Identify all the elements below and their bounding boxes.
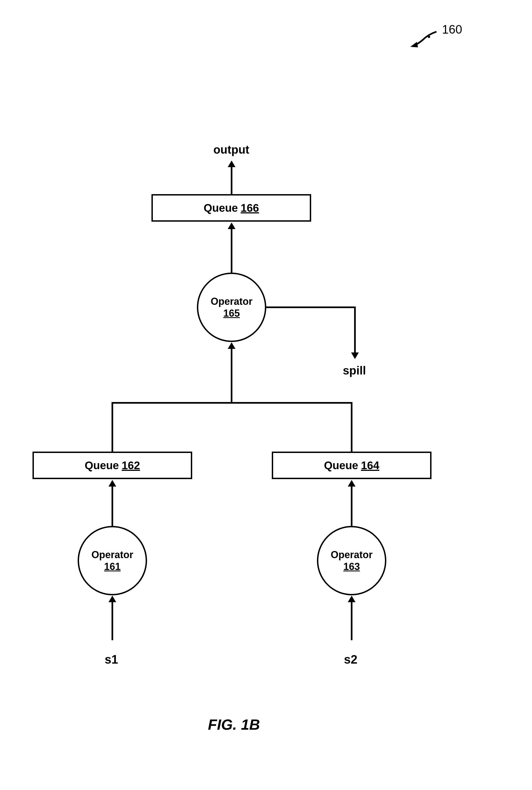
arrow-s2-to-op163 [351,602,353,640]
arrowhead-s2-to-op163 [348,596,356,602]
svg-point-1 [428,36,430,38]
operator-165-number: 165 [223,307,240,319]
figure-reference-number: 160 [442,23,462,36]
operator-163-circle: Operator 163 [317,526,386,595]
queue-164-box: Queue 164 [272,451,432,479]
operator-163-number: 163 [343,561,360,573]
arrow-queue166-to-output [231,167,232,194]
spill-horizontal-line [266,307,356,308]
s1-label: s1 [104,653,118,667]
queue-166-number: 166 [241,202,259,214]
arrow-op165-to-queue166 [231,229,232,273]
figure-caption: FIG. 1B [208,716,260,733]
spill-vertical-line [354,307,356,353]
operator-163-name: Operator [331,549,373,561]
arrowhead-op165-to-queue166 [228,223,235,229]
arrowhead-spill [351,352,359,359]
svg-marker-0 [410,42,418,47]
arrow-op163-to-queue164 [351,486,353,526]
queue-166-box: Queue 166 [151,194,311,221]
arrow-s1-to-op161 [112,602,113,640]
arrowhead-s1-to-op161 [109,596,116,602]
queue-164-number: 164 [361,459,379,472]
operator-161-number: 161 [104,561,120,573]
operator-165-name: Operator [211,295,252,307]
spill-label: spill [343,364,366,377]
arrowhead-op161-to-queue162 [109,480,116,486]
arrowhead-queue166-to-output [228,160,235,167]
arrowhead-op163-to-queue164 [348,480,356,486]
figure-ref-arrow [407,27,441,52]
queue-162-name: Queue [84,459,119,472]
merge-horizontal-line [112,402,353,404]
arrow-merge-to-op165 [231,348,232,402]
arrow-op161-to-queue162 [112,486,113,526]
s2-label: s2 [344,653,357,667]
queue-164-name: Queue [324,459,358,472]
arrow-queue164-to-merge [351,402,353,451]
queue-162-number: 162 [122,459,140,472]
arrow-queue162-to-merge [112,402,113,451]
operator-165-circle: Operator 165 [197,273,266,342]
output-label: output [209,143,253,156]
operator-161-circle: Operator 161 [78,526,147,595]
arrowhead-merge-to-op165 [228,342,235,349]
operator-161-name: Operator [91,549,133,561]
diagram-canvas: 160 output Queue 166 Operator 165 spill … [0,0,532,790]
queue-162-box: Queue 162 [33,451,192,479]
queue-166-name: Queue [204,202,238,214]
